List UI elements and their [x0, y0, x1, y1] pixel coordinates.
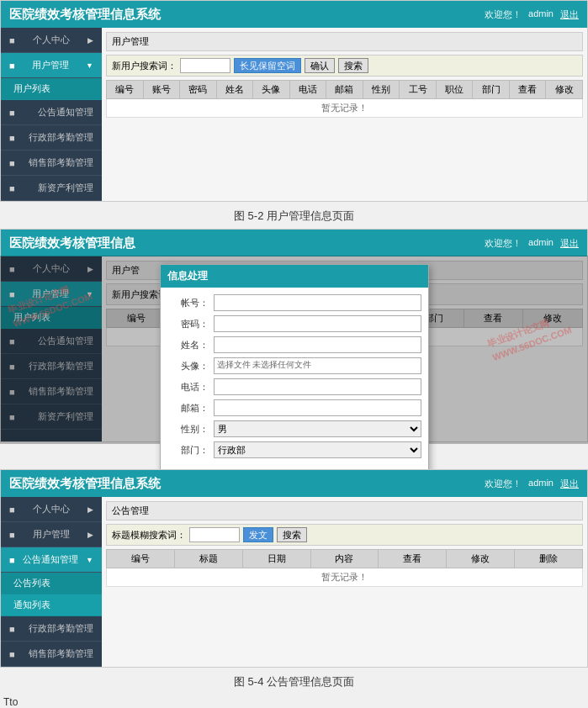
sidebar-sub-item-userlist-1[interactable]: 用户列表	[1, 78, 102, 100]
tto-label: Tto	[0, 695, 588, 708]
personal-label-1: 个人中心	[33, 34, 70, 46]
sales-attend-icon-3: ■	[9, 649, 15, 659]
fig-caption-3: 图 5-4 公告管理信息页面	[0, 668, 588, 695]
app-body-3: ■ 个人中心 ▶ ■ 用户管理 ▶ ■ 公告通知管理 ▼	[1, 497, 587, 667]
sidebar-item-sales-attend-3[interactable]: ■ 销售部考勤管理	[1, 642, 102, 667]
logout-link-2[interactable]: 退出	[560, 237, 579, 250]
screenshot: 医院绩效考核管理信息系统 欢迎您！ admin 退出 ■ 个人中心 ▶	[0, 0, 588, 708]
logout-link-1[interactable]: 退出	[560, 8, 579, 21]
watermark-right-line1-2: 毕业设计论文网	[485, 309, 569, 351]
sidebar-sub-item-notice-3[interactable]: 通知列表	[1, 594, 102, 616]
announcement-icon-3: ■	[9, 555, 15, 565]
app-header-3: 医院绩效考核管理信息系统 欢迎您！ admin 退出	[1, 470, 587, 497]
announcement-arrow-3: ▼	[86, 556, 93, 564]
sidebar-item-personal-1[interactable]: ■ 个人中心 ▶	[1, 28, 102, 53]
assets-label-1: 新资产利管理	[38, 182, 93, 194]
table-header-cell: 部门	[473, 81, 510, 99]
welcome-text-3: 欢迎您！	[485, 478, 522, 490]
admin-attend-icon-3: ■	[9, 624, 15, 634]
form-label-0: 帐号：	[167, 297, 214, 309]
watermark-left-line2-2: WWW.56DOC.COM	[11, 289, 94, 330]
user-icon-1: ■	[9, 61, 15, 71]
table-header-cell: 日期	[242, 550, 310, 568]
add-button-3[interactable]: 发文	[243, 527, 273, 542]
table-header-cell: 性别	[363, 81, 400, 99]
form-label-6: 性别：	[167, 423, 214, 436]
logout-link-3[interactable]: 退出	[560, 478, 579, 490]
table-header-cell: 密码	[180, 81, 217, 99]
form-row-4: 电话：	[167, 378, 421, 395]
form-input-1[interactable]	[214, 315, 421, 332]
modal-body-2: 帐号：密码：姓名：头像：选择文件 未选择任何文件电话：邮箱：性别：男部门：行政部	[161, 288, 428, 469]
table-header-cell: 账号	[143, 81, 180, 99]
modal-box-2: 信息处理 帐号：密码：姓名：头像：选择文件 未选择任何文件电话：邮箱：性别：男部…	[160, 264, 429, 469]
announce-table-3: 编号标题日期内容查看修改删除 暂无记录！	[106, 549, 583, 587]
form-row-5: 邮箱：	[167, 399, 421, 416]
search-button-1[interactable]: 搜索	[338, 58, 368, 73]
sidebar-1: ■ 个人中心 ▶ ■ 用户管理 ▼ 用户列表	[1, 28, 102, 201]
app-title-3: 医院绩效考核管理信息系统	[9, 476, 161, 492]
search-bar-3: 标题模糊搜索词： 发文 搜索	[106, 524, 583, 546]
confirm-button-1[interactable]: 确认	[305, 58, 335, 73]
sales-attend-label-1: 销售部考勤管理	[29, 156, 93, 169]
sidebar-item-user-3[interactable]: ■ 用户管理 ▶	[1, 522, 102, 547]
admin-attend-icon-1: ■	[9, 133, 15, 143]
form-input-4[interactable]	[214, 378, 421, 395]
notice-sub-label-3: 通知列表	[13, 600, 50, 610]
form-label-2: 姓名：	[167, 339, 214, 351]
sidebar-item-personal-3[interactable]: ■ 个人中心 ▶	[1, 497, 102, 522]
sidebar-item-assets-1[interactable]: ■ 新资产利管理	[1, 176, 102, 201]
main-content-3: 公告管理 标题模糊搜索词： 发文 搜索 编号标题日期内容查看修改删除	[102, 497, 587, 667]
form-row-1: 密码：	[167, 315, 421, 332]
table-header-cell: 查看	[509, 81, 546, 99]
personal-icon-1: ■	[9, 35, 15, 45]
username-2: admin	[528, 237, 554, 250]
sidebar-sub-item-announce-3[interactable]: 公告列表	[1, 573, 102, 594]
form-row-2: 姓名：	[167, 336, 421, 353]
form-input-5[interactable]	[214, 399, 421, 416]
form-select-6[interactable]: 男	[214, 420, 421, 437]
search-input-1[interactable]	[180, 58, 230, 73]
search-button-3[interactable]: 搜索	[277, 527, 307, 542]
table-header-cell: 修改	[447, 550, 515, 568]
search-label-3: 标题模糊搜索词：	[112, 529, 186, 542]
table-head-1: 编号账号密码姓名头像电话邮箱性别工号职位部门查看修改	[107, 81, 583, 99]
sidebar-item-announcement-1[interactable]: ■ 公告通知管理	[1, 100, 102, 125]
sidebar-item-user-1[interactable]: ■ 用户管理 ▼	[1, 53, 102, 78]
sidebar-item-sales-attend-1[interactable]: ■ 销售部考勤管理	[1, 151, 102, 176]
form-row-6: 性别：男	[167, 420, 421, 437]
sidebar-item-admin-attend-3[interactable]: ■ 行政部考勤管理	[1, 616, 102, 642]
table-header-cell: 邮箱	[326, 81, 363, 99]
table-header-cell: 电话	[289, 81, 326, 99]
form-input-2[interactable]	[214, 336, 421, 353]
search-input-3[interactable]	[189, 527, 240, 542]
form-row-3: 头像：选择文件 未选择任何文件	[167, 357, 421, 374]
sidebar-item-admin-attend-1[interactable]: ■ 行政部考勤管理	[1, 125, 102, 151]
search-bar-1: 新用户搜索词： 长见保留空词 确认 搜索	[106, 55, 583, 77]
form-file-3[interactable]: 选择文件 未选择任何文件	[214, 357, 421, 374]
table-body-1: 暂无记录！	[107, 99, 583, 118]
form-input-0[interactable]	[214, 294, 421, 311]
app-body-1: ■ 个人中心 ▶ ■ 用户管理 ▼ 用户列表	[1, 28, 587, 201]
user-info-1: 欢迎您！ admin 退出	[485, 8, 579, 21]
form-label-1: 密码：	[167, 318, 214, 330]
form-label-4: 电话：	[167, 381, 214, 394]
personal-label-3: 个人中心	[33, 503, 70, 515]
table-header-cell: 职位	[436, 81, 473, 99]
watermark-left-2: 毕业设计论文网 WWW.56DOC.COM	[6, 276, 93, 330]
table-header-cell: 编号	[107, 81, 144, 99]
section2: 医院绩效考核管理信息 欢迎您！ admin 退出 ■ 个人中心 ▶ ■	[0, 229, 588, 469]
sidebar-item-announcement-3[interactable]: ■ 公告通知管理 ▼	[1, 547, 102, 573]
table-header-cell: 修改	[546, 81, 583, 99]
user-info-2: 欢迎您！ admin 退出	[485, 237, 579, 250]
no-record-text-3: 暂无记录！	[107, 568, 583, 587]
table-header-cell: 标题	[174, 550, 242, 568]
modal-overlay-2: 毕业设计论文网 WWW.56DOC.COM 信息处理 帐号：密码：姓名：头像：选…	[0, 256, 588, 444]
table-header-cell: 内容	[310, 550, 379, 568]
form-row-0: 帐号：	[167, 294, 421, 311]
add-button-1[interactable]: 长见保留空词	[234, 58, 301, 73]
no-record-row-1: 暂无记录！	[107, 99, 583, 118]
form-label-7: 部门：	[167, 444, 214, 457]
form-select-7[interactable]: 行政部	[214, 441, 421, 458]
user-info-3: 欢迎您！ admin 退出	[485, 478, 579, 490]
